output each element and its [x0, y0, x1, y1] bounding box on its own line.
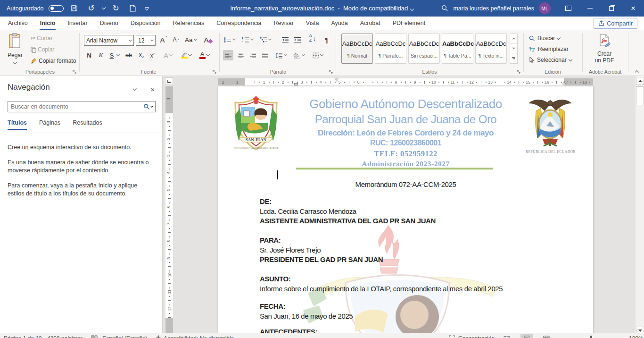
- style-texto-independiente[interactable]: AaBbCcDc ¶ Texto in...: [475, 34, 507, 64]
- new-document-icon[interactable]: [127, 2, 139, 15]
- change-case-button[interactable]: Aa: [185, 34, 197, 45]
- tab-vista[interactable]: Vista: [300, 17, 325, 30]
- styles-scroll-up[interactable]: [510, 34, 517, 44]
- proofing-icon[interactable]: [91, 335, 98, 338]
- vertical-ruler[interactable]: 1123456789101112: [165, 86, 173, 338]
- read-mode-button[interactable]: [501, 334, 513, 338]
- paste-button[interactable]: Pegar: [5, 33, 25, 75]
- nav-tab-resultados[interactable]: Resultados: [73, 119, 102, 130]
- focus-mode-button[interactable]: Concentración: [458, 335, 495, 338]
- bold-button[interactable]: N: [84, 50, 94, 60]
- paragraph-dialog-launcher[interactable]: [329, 69, 334, 75]
- search-input[interactable]: [8, 103, 143, 110]
- document-page[interactable]: SAN JUAN POR EL HONOR Y LA GRANDEZA DE L…: [218, 86, 593, 338]
- user-name[interactable]: maria lourdes peñafiel parrales: [453, 5, 534, 12]
- numbering-button[interactable]: [242, 34, 253, 45]
- undo-icon[interactable]: ↺: [85, 2, 98, 15]
- paste-dropdown-icon[interactable]: [13, 60, 17, 64]
- vertical-scrollbar[interactable]: [635, 76, 644, 338]
- focus-icon[interactable]: [449, 335, 455, 338]
- accessibility-icon[interactable]: [156, 335, 161, 338]
- style-sin-espaciado[interactable]: AaBbCcDc Sin espaci...: [408, 34, 440, 64]
- first-line-indent-marker[interactable]: [335, 78, 339, 82]
- font-color-button[interactable]: A: [197, 50, 207, 60]
- search-icon[interactable]: [436, 0, 453, 17]
- format-painter-button[interactable]: Copiar formato: [29, 57, 77, 65]
- tab-acrobat[interactable]: Acrobat: [354, 17, 387, 30]
- clipboard-dialog-launcher[interactable]: [72, 69, 77, 75]
- autosave-toggle[interactable]: [49, 5, 64, 12]
- nav-tab-titulos[interactable]: Títulos: [8, 119, 27, 130]
- style-table-paragraph[interactable]: AaBbCcDc ¶ Table Pa...: [442, 34, 473, 64]
- tab-revisar[interactable]: Revisar: [267, 17, 299, 30]
- tab-pdfelement[interactable]: PDFelement: [387, 17, 431, 30]
- align-left-button[interactable]: [223, 50, 233, 60]
- collapse-ribbon-button[interactable]: [633, 68, 641, 75]
- share-button[interactable]: Compartir: [594, 18, 637, 29]
- zoom-level[interactable]: 100%: [629, 335, 644, 338]
- tab-insertar[interactable]: Insertar: [61, 17, 93, 30]
- multilevel-list-button[interactable]: [260, 34, 271, 45]
- search-go-button[interactable]: [143, 103, 155, 110]
- language-indicator[interactable]: Español (España): [102, 335, 147, 338]
- undo-dropdown-icon[interactable]: [101, 6, 105, 9]
- page-indicator[interactable]: Página 1 de 10: [4, 335, 42, 338]
- font-dialog-launcher[interactable]: [212, 69, 217, 75]
- tab-stop-selector[interactable]: [165, 77, 173, 85]
- grow-font-button[interactable]: Aˆ: [158, 34, 169, 45]
- styles-gallery-more[interactable]: [510, 53, 517, 63]
- find-button[interactable]: Buscar: [529, 35, 560, 42]
- horizontal-ruler[interactable]: 21123456789101112131415161718: [218, 78, 593, 85]
- align-right-button[interactable]: [248, 50, 258, 60]
- close-button[interactable]: ×: [622, 0, 644, 17]
- replace-button[interactable]: bc Reemplazar: [529, 46, 569, 52]
- text-effects-button[interactable]: A: [163, 50, 173, 60]
- subscript-button[interactable]: x2: [136, 50, 147, 60]
- shading-button[interactable]: [293, 50, 305, 60]
- copy-button[interactable]: Copiar: [29, 45, 56, 54]
- print-layout-button[interactable]: [520, 334, 533, 338]
- zoom-slider-thumb[interactable]: [590, 336, 592, 338]
- nav-tab-paginas[interactable]: Páginas: [39, 119, 60, 130]
- tab-disposicion[interactable]: Disposición: [124, 17, 167, 30]
- italic-button[interactable]: K: [96, 50, 106, 60]
- style-parrafo[interactable]: AaBbCcDc ¶ Párrafo...: [375, 34, 406, 64]
- create-pdf-button[interactable]: Crear un PDF: [586, 34, 623, 64]
- font-family-select[interactable]: Arial Narrow: [84, 35, 134, 46]
- tab-correspondencia[interactable]: Correspondencia: [210, 17, 267, 30]
- tab-ayuda[interactable]: Ayuda: [325, 17, 354, 30]
- highlight-button[interactable]: [179, 50, 190, 60]
- restore-button[interactable]: [601, 0, 622, 17]
- redo-icon[interactable]: ↻: [110, 2, 122, 15]
- superscript-button[interactable]: x2: [148, 50, 158, 60]
- justify-button[interactable]: [260, 50, 270, 60]
- navigation-close-icon[interactable]: ×: [148, 84, 157, 94]
- minimize-button[interactable]: [579, 0, 601, 17]
- underline-dropdown-icon[interactable]: [116, 52, 120, 56]
- align-center-button[interactable]: [235, 50, 246, 60]
- underline-button[interactable]: S: [107, 50, 117, 60]
- save-icon[interactable]: [68, 2, 81, 15]
- decrease-indent-button[interactable]: [280, 34, 290, 45]
- cut-button[interactable]: ✂Cortar: [29, 34, 54, 42]
- tab-archivo[interactable]: Archivo: [2, 17, 34, 30]
- ribbon-display-options-icon[interactable]: [557, 0, 579, 17]
- accessibility-status[interactable]: Accesibilidad: No disponible: [164, 335, 234, 338]
- bullets-button[interactable]: [224, 34, 235, 45]
- web-layout-button[interactable]: [540, 334, 553, 338]
- clear-formatting-button[interactable]: A: [203, 34, 213, 45]
- right-indent-marker[interactable]: [562, 82, 566, 85]
- shrink-font-button[interactable]: Aˇ: [171, 34, 181, 45]
- select-button[interactable]: Seleccionar: [529, 57, 572, 63]
- sort-button[interactable]: AZ↓: [307, 33, 318, 43]
- word-count[interactable]: 4300 palabras: [47, 335, 83, 338]
- scroll-up-button[interactable]: [636, 77, 644, 85]
- left-indent-marker[interactable]: [294, 83, 298, 85]
- styles-scroll-down[interactable]: [510, 44, 517, 54]
- borders-button[interactable]: [313, 50, 323, 60]
- avatar[interactable]: ML: [539, 2, 551, 14]
- strikethrough-button[interactable]: ab: [124, 50, 134, 60]
- scrollbar-thumb[interactable]: [636, 86, 644, 105]
- tab-referencias[interactable]: Referencias: [167, 17, 211, 30]
- style-normal[interactable]: AaBbCcDc ¶ Normal: [341, 34, 373, 64]
